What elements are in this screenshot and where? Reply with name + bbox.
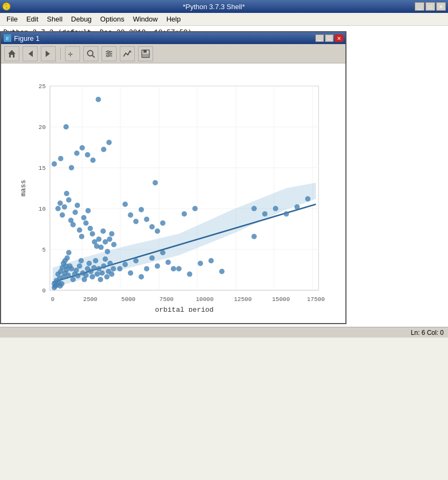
menu-bar: File Edit Shell Debug Options Window Hel… bbox=[0, 13, 448, 26]
svg-point-105 bbox=[98, 245, 104, 250]
figure-title-bar: F Figure 1 _ □ ✕ bbox=[1, 32, 345, 44]
svg-point-75 bbox=[96, 266, 102, 271]
maximize-button[interactable]: □ bbox=[425, 2, 435, 11]
svg-point-145 bbox=[198, 261, 203, 266]
svg-point-61 bbox=[74, 268, 79, 273]
svg-point-131 bbox=[160, 250, 165, 255]
svg-point-80 bbox=[104, 274, 110, 280]
svg-point-142 bbox=[153, 180, 158, 185]
y-tick-15: 15 bbox=[38, 165, 45, 171]
svg-point-138 bbox=[144, 217, 149, 222]
back-arrow-icon bbox=[25, 49, 35, 59]
window-controls: _ □ ✕ bbox=[415, 2, 448, 11]
svg-point-52 bbox=[59, 281, 64, 286]
svg-point-114 bbox=[63, 124, 69, 130]
svg-point-136 bbox=[133, 219, 139, 224]
svg-point-45 bbox=[64, 255, 70, 261]
forward-button[interactable] bbox=[41, 46, 56, 61]
svg-point-118 bbox=[85, 152, 90, 157]
svg-point-115 bbox=[69, 165, 74, 170]
svg-text:🐍: 🐍 bbox=[3, 3, 10, 10]
svg-point-148 bbox=[182, 211, 187, 217]
svg-point-134 bbox=[122, 202, 128, 207]
svg-point-77 bbox=[99, 270, 105, 276]
svg-point-121 bbox=[101, 147, 106, 152]
svg-point-74 bbox=[95, 271, 100, 277]
svg-point-94 bbox=[75, 203, 80, 208]
svg-point-155 bbox=[305, 196, 310, 202]
svg-point-62 bbox=[75, 273, 81, 278]
svg-point-63 bbox=[77, 263, 82, 269]
home-button[interactable] bbox=[4, 46, 19, 61]
console-area[interactable]: Python 3.7.3 (default, Dec 20 2019, 18:5… bbox=[0, 26, 448, 327]
svg-point-71 bbox=[90, 274, 95, 280]
svg-point-78 bbox=[101, 263, 106, 269]
figure-restore-button[interactable]: □ bbox=[325, 34, 334, 42]
status-text: Ln: 6 Col: 0 bbox=[411, 329, 444, 336]
svg-point-76 bbox=[98, 277, 103, 282]
x-axis-label: orbital_period bbox=[155, 306, 213, 312]
x-tick-0: 0 bbox=[50, 296, 54, 303]
lines-button[interactable] bbox=[120, 46, 135, 61]
save-button[interactable] bbox=[138, 46, 153, 61]
svg-point-143 bbox=[176, 266, 182, 271]
svg-point-141 bbox=[160, 220, 165, 226]
svg-point-153 bbox=[284, 211, 289, 217]
svg-point-108 bbox=[105, 249, 110, 254]
menu-debug[interactable]: Debug bbox=[67, 14, 96, 24]
svg-point-100 bbox=[88, 226, 93, 231]
svg-point-46 bbox=[66, 250, 71, 255]
figure-icon: F bbox=[3, 34, 12, 42]
menu-edit[interactable]: Edit bbox=[22, 14, 42, 24]
pan-button[interactable]: ✛ bbox=[65, 46, 80, 61]
menu-options[interactable]: Options bbox=[96, 14, 129, 24]
svg-point-67 bbox=[83, 273, 89, 278]
svg-point-129 bbox=[149, 255, 155, 261]
y-axis-label: mass bbox=[19, 180, 27, 196]
forward-arrow-icon bbox=[44, 49, 53, 59]
svg-point-119 bbox=[90, 157, 96, 163]
save-icon bbox=[141, 49, 150, 59]
svg-point-133 bbox=[171, 266, 176, 271]
svg-point-110 bbox=[109, 231, 114, 237]
menu-shell[interactable]: Shell bbox=[42, 14, 67, 24]
svg-rect-18 bbox=[142, 54, 149, 57]
menu-window[interactable]: Window bbox=[128, 14, 162, 24]
back-button[interactable] bbox=[23, 46, 38, 61]
x-tick-15000: 15000 bbox=[272, 296, 290, 303]
svg-point-124 bbox=[122, 262, 128, 267]
svg-point-135 bbox=[128, 212, 133, 218]
y-tick-20: 20 bbox=[38, 124, 45, 131]
y-tick-0: 0 bbox=[42, 288, 46, 294]
svg-point-87 bbox=[60, 212, 65, 218]
svg-rect-13 bbox=[107, 51, 109, 52]
svg-point-112 bbox=[52, 161, 57, 167]
zoom-button[interactable] bbox=[83, 46, 98, 61]
svg-point-127 bbox=[139, 274, 144, 280]
svg-point-97 bbox=[81, 215, 86, 220]
configure-icon bbox=[104, 49, 114, 59]
configure-button[interactable] bbox=[102, 46, 117, 61]
svg-point-99 bbox=[85, 208, 91, 213]
menu-file[interactable]: File bbox=[2, 14, 22, 24]
svg-point-86 bbox=[57, 200, 63, 206]
figure-minimize-button[interactable]: _ bbox=[315, 34, 324, 42]
home-icon bbox=[7, 49, 17, 59]
svg-point-93 bbox=[73, 210, 78, 215]
svg-point-152 bbox=[273, 206, 278, 211]
minimize-button[interactable]: _ bbox=[415, 2, 424, 11]
svg-point-106 bbox=[100, 228, 106, 234]
svg-point-96 bbox=[79, 234, 84, 239]
svg-point-128 bbox=[144, 266, 149, 271]
close-button[interactable]: ✕ bbox=[436, 2, 446, 11]
svg-point-150 bbox=[251, 234, 257, 239]
main-window: 🐍 *Python 3.7.3 Shell* _ □ ✕ File Edit S… bbox=[0, 0, 448, 480]
svg-point-79 bbox=[103, 256, 108, 262]
figure-close-button[interactable]: ✕ bbox=[335, 34, 343, 42]
menu-help[interactable]: Help bbox=[162, 14, 185, 24]
svg-rect-14 bbox=[109, 53, 111, 54]
svg-point-123 bbox=[117, 266, 122, 271]
y-tick-25: 25 bbox=[38, 83, 45, 90]
status-bar: Ln: 6 Col: 0 bbox=[0, 327, 448, 338]
svg-point-116 bbox=[74, 151, 80, 156]
